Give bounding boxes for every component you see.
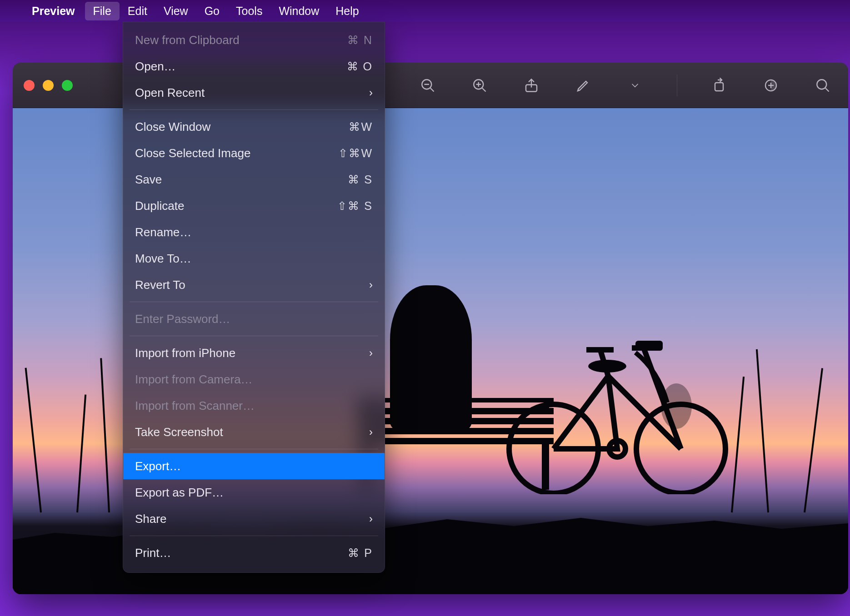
svg-rect-25: [635, 341, 663, 351]
menu-item-print[interactable]: Print…⌘ P: [123, 540, 385, 566]
menu-item-import-from-scanner: Import from Scanner…: [123, 392, 385, 419]
chevron-right-icon: ›: [359, 86, 373, 99]
toolbar-separator: [677, 75, 677, 96]
svg-point-24: [588, 360, 626, 373]
window-traffic-lights: [24, 80, 73, 91]
menu-separator: [130, 536, 378, 536]
menu-item-shortcut: ⇧⌘W: [323, 147, 373, 160]
menu-item-label: Export as PDF…: [135, 486, 373, 500]
menu-item-label: Import from Scanner…: [135, 399, 373, 413]
menu-item-label: Open Recent: [135, 86, 359, 100]
menu-separator: [130, 449, 378, 449]
markup-more-icon[interactable]: [625, 75, 645, 95]
menu-item-move-to[interactable]: Move To…: [123, 245, 385, 272]
menu-item-label: Print…: [135, 546, 323, 560]
menu-item-label: Open…: [135, 60, 323, 74]
silhouette-bicycle: [499, 299, 735, 494]
menu-item-rename[interactable]: Rename…: [123, 219, 385, 245]
rotate-icon[interactable]: [709, 75, 729, 95]
menu-item-shortcut: ⇧⌘ S: [323, 199, 373, 213]
menu-help[interactable]: Help: [327, 2, 367, 20]
svg-line-4: [482, 88, 486, 92]
menu-item-label: Take Screenshot: [135, 425, 359, 439]
menu-separator: [130, 302, 378, 302]
menu-item-label: Duplicate: [135, 199, 323, 213]
svg-line-11: [825, 88, 829, 92]
menu-item-export[interactable]: Export…: [123, 453, 385, 479]
menu-item-take-screenshot[interactable]: Take Screenshot›: [123, 419, 385, 445]
menu-view[interactable]: View: [155, 2, 196, 20]
search-icon[interactable]: [813, 75, 833, 95]
menu-item-shortcut: ⌘ N: [323, 34, 373, 47]
menu-item-close-window[interactable]: Close Window⌘W: [123, 114, 385, 140]
menu-item-import-from-camera: Import from Camera…: [123, 366, 385, 392]
menu-item-label: Close Selected Image: [135, 146, 323, 160]
menu-item-label: Close Window: [135, 120, 323, 134]
minimize-window-button[interactable]: [43, 80, 54, 91]
menu-item-new-from-clipboard: New from Clipboard⌘ N: [123, 27, 385, 53]
chevron-right-icon: ›: [359, 512, 373, 525]
zoom-in-icon[interactable]: [470, 75, 490, 95]
menu-item-label: Enter Password…: [135, 312, 373, 326]
chevron-right-icon: ›: [359, 278, 373, 291]
adjust-color-icon[interactable]: [761, 75, 781, 95]
svg-line-1: [430, 88, 434, 92]
menu-item-label: Revert To: [135, 278, 359, 292]
menu-item-open-recent[interactable]: Open Recent›: [123, 79, 385, 106]
markup-icon[interactable]: [573, 75, 593, 95]
menu-bar: Preview File Edit View Go Tools Window H…: [0, 0, 850, 22]
menu-tools[interactable]: Tools: [228, 2, 270, 20]
menu-item-label: Rename…: [135, 225, 373, 239]
menu-item-import-from-iphone[interactable]: Import from iPhone›: [123, 340, 385, 366]
menu-item-revert-to[interactable]: Revert To›: [123, 272, 385, 298]
silhouette-person: [390, 285, 472, 431]
chevron-right-icon: ›: [359, 347, 373, 359]
svg-point-10: [817, 79, 826, 89]
menu-item-shortcut: ⌘ O: [323, 60, 373, 73]
menu-separator: [130, 336, 378, 336]
menu-separator: [130, 109, 378, 110]
chevron-right-icon: ›: [359, 426, 373, 438]
menu-item-label: Move To…: [135, 252, 373, 266]
menu-item-duplicate[interactable]: Duplicate⇧⌘ S: [123, 193, 385, 219]
menu-item-shortcut: ⌘W: [323, 120, 373, 134]
fullscreen-window-button[interactable]: [62, 80, 73, 91]
file-menu-dropdown: New from Clipboard⌘ NOpen…⌘ OOpen Recent…: [123, 22, 385, 573]
menu-item-save[interactable]: Save⌘ S: [123, 166, 385, 193]
menu-edit[interactable]: Edit: [120, 2, 155, 20]
menu-item-close-selected-image[interactable]: Close Selected Image⇧⌘W: [123, 140, 385, 166]
svg-rect-8: [715, 83, 723, 91]
close-window-button[interactable]: [24, 80, 35, 91]
app-menu[interactable]: Preview: [25, 2, 85, 20]
share-icon[interactable]: [521, 75, 541, 95]
menu-item-label: Import from iPhone: [135, 346, 359, 360]
menu-item-shortcut: ⌘ S: [323, 173, 373, 186]
menu-item-export-as-pdf[interactable]: Export as PDF…: [123, 479, 385, 506]
menu-go[interactable]: Go: [196, 2, 228, 20]
menu-file[interactable]: File: [85, 2, 120, 20]
menu-item-label: Save: [135, 173, 323, 187]
grass-blade: [804, 368, 823, 512]
grass-blade: [756, 349, 769, 512]
grass-blade: [25, 368, 42, 513]
menu-item-label: Import from Camera…: [135, 373, 373, 387]
menu-item-open[interactable]: Open…⌘ O: [123, 53, 385, 79]
window-toolbar: [418, 75, 837, 96]
zoom-out-icon[interactable]: [418, 75, 438, 95]
menu-item-share[interactable]: Share›: [123, 506, 385, 532]
menu-item-label: Export…: [135, 459, 373, 473]
menu-item-enter-password: Enter Password…: [123, 306, 385, 332]
menu-item-label: Share: [135, 512, 359, 526]
menu-item-label: New from Clipboard: [135, 33, 323, 47]
menu-item-shortcut: ⌘ P: [323, 546, 373, 560]
menu-window[interactable]: Window: [270, 2, 327, 20]
svg-point-26: [661, 383, 692, 429]
grass-blade: [76, 394, 86, 512]
grass-blade: [100, 358, 110, 512]
